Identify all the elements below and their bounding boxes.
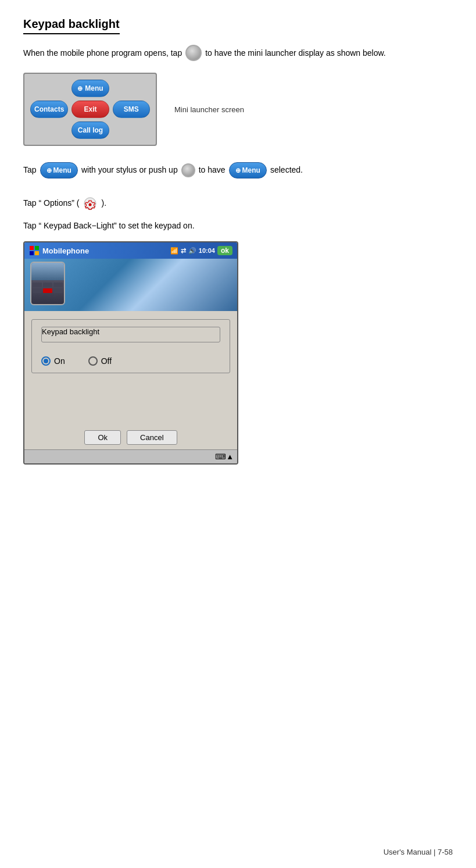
nav-icon — [185, 45, 202, 61]
device-image-area — [24, 259, 237, 311]
radio-off-option[interactable]: Off — [88, 356, 112, 366]
instruction-2: Tap “ Options” ( ). — [23, 196, 453, 211]
radio-on-label: On — [54, 356, 65, 366]
device-time: 10:04 — [199, 247, 215, 254]
page-title: Keypad backlight — [23, 17, 120, 34]
svg-rect-2 — [30, 246, 34, 250]
svg-rect-3 — [35, 246, 39, 250]
launcher-calllog-btn[interactable]: Call log — [71, 122, 109, 139]
options-icon — [83, 196, 98, 211]
menu-icon-circle: ⊕ — [77, 85, 83, 92]
windows-flag-icon — [29, 245, 40, 256]
device-titlebar: Mobilephone 📶 ⇄ 🔊 10:04 ok — [24, 242, 237, 259]
inst2-end: ). — [101, 197, 106, 210]
radio-off-label: Off — [101, 356, 112, 366]
launcher-screen: ⊕ Menu Contacts Exit SMS Call log — [23, 73, 157, 146]
titlebar-icons: 📶 ⇄ 🔊 10:04 ok — [170, 246, 232, 255]
device-screen: Mobilephone 📶 ⇄ 🔊 10:04 ok Keypad bac — [23, 241, 238, 465]
menu-btn-small: ⊕ Menu — [40, 162, 78, 178]
instruction-1: Tap ⊕ Menu with your stylus or push up t… — [23, 162, 453, 178]
intro-text-after: to have the mini launcher display as sho… — [205, 47, 386, 59]
titlebar-left: Mobilephone — [29, 245, 89, 256]
device-body: Keypad backlight On Off — [24, 311, 237, 392]
launcher-menu-btn[interactable]: ⊕ Menu — [71, 80, 109, 97]
app-name: Mobilephone — [42, 247, 89, 255]
taskbar-bottom: ⌨▲ — [24, 449, 237, 463]
inst1-middle: with your stylus or push up — [81, 163, 178, 177]
launcher-area: ⊕ Menu Contacts Exit SMS Call log Mini l… — [23, 73, 453, 146]
svg-rect-4 — [30, 251, 34, 255]
intro-text-before: When the mobile phone program opens, tap — [23, 47, 182, 59]
keypad-backlight-group: Keypad backlight On Off — [31, 319, 230, 373]
launcher-label: Mini launcher screen — [174, 105, 244, 114]
inst1-end: selected. — [270, 163, 303, 177]
inst3-text: Tap “ Keypad Back−Light” to set the keyp… — [23, 219, 195, 233]
keyboard-icon: ⌨▲ — [215, 452, 234, 461]
launcher-sms-btn[interactable]: SMS — [113, 101, 150, 118]
keypad-legend: Keypad backlight — [41, 327, 220, 342]
inst2-text: Tap “ Options” ( — [23, 197, 79, 210]
instruction-3: Tap “ Keypad Back−Light” to set the keyp… — [23, 219, 453, 233]
device-ok-btn[interactable]: ok — [217, 246, 232, 255]
svg-rect-5 — [35, 251, 39, 255]
ok-button[interactable]: Ok — [84, 430, 121, 445]
menu-btn-small-2: ⊕ Menu — [229, 162, 267, 178]
svg-point-1 — [89, 203, 92, 206]
launcher-contacts-btn[interactable]: Contacts — [30, 101, 68, 118]
radio-off-circle[interactable] — [88, 356, 98, 366]
radio-row: On Off — [41, 352, 220, 366]
launcher-exit-btn[interactable]: Exit — [71, 101, 109, 118]
nav-icon-small — [181, 163, 195, 177]
device-footer-buttons: Ok Cancel — [24, 427, 237, 449]
device-spacer — [24, 392, 237, 427]
radio-on-option[interactable]: On — [41, 356, 65, 366]
inst1-after: to have — [199, 163, 226, 177]
radio-on-circle[interactable] — [41, 356, 51, 366]
page-footer: User's Manual | 7-58 — [384, 848, 453, 856]
intro-paragraph: When the mobile phone program opens, tap… — [23, 45, 453, 61]
phone-thumbnail — [30, 262, 65, 305]
cancel-button[interactable]: Cancel — [127, 430, 177, 445]
inst1-before: Tap — [23, 163, 37, 177]
